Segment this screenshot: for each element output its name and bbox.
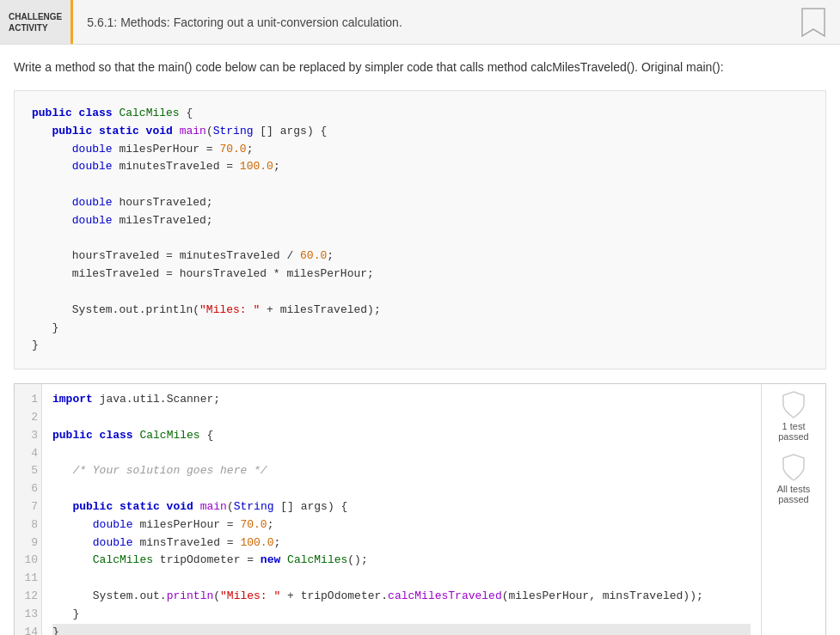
line-num: 5: [21, 462, 38, 480]
test2-sublabel: passed: [778, 494, 808, 504]
code-line: [52, 480, 751, 498]
code-line: [52, 570, 751, 588]
test1-result: 1 test passed: [778, 391, 808, 442]
line-num: 6: [21, 480, 38, 498]
code-line: CalcMiles tripOdometer = new CalcMiles()…: [52, 552, 751, 570]
app-header: CHALLENGE ACTIVITY 5.6.1: Methods: Facto…: [0, 0, 840, 45]
line-num: 8: [21, 516, 38, 534]
shield-passed-icon: [782, 391, 806, 418]
code-line: [52, 409, 751, 427]
editor-code[interactable]: import java.util.Scanner; public class C…: [42, 384, 761, 635]
line-num: 2: [21, 409, 38, 427]
activity-title: 5.6.1: Methods: Factoring out a unit-con…: [73, 15, 800, 29]
original-code-display: public class CalcMiles { public static v…: [14, 90, 826, 369]
test2-result: All tests passed: [777, 454, 811, 504]
line-num: 9: [21, 534, 38, 553]
line-num: 1: [21, 391, 38, 409]
code-line: System.out.println("Miles: " + tripOdome…: [52, 588, 751, 606]
challenge-badge: CHALLENGE ACTIVITY: [0, 0, 73, 44]
line-num: 13: [21, 606, 38, 624]
code-line: }: [52, 624, 751, 635]
bookmark-icon[interactable]: [800, 7, 826, 38]
instructions-text: Write a method so that the main() code b…: [14, 58, 826, 76]
code-line: [52, 445, 751, 463]
code-line: }: [52, 606, 751, 624]
challenge-label: CHALLENGE ACTIVITY: [9, 11, 62, 34]
line-num: 14: [21, 624, 38, 635]
line-num: 12: [21, 588, 38, 606]
code-line: public class CalcMiles {: [52, 427, 751, 445]
code-line: import java.util.Scanner;: [52, 391, 751, 409]
code-line: double milesPerHour = 70.0;: [52, 516, 751, 534]
line-num: 10: [21, 552, 38, 570]
code-line: public static void main(String [] args) …: [52, 498, 751, 516]
main-content: Write a method so that the main() code b…: [0, 45, 840, 635]
shield-all-passed-icon: [782, 454, 806, 481]
line-numbers: 1 2 3 4 5 6 7 8 9 10 11 12 13 14: [15, 384, 42, 635]
test1-sublabel: passed: [778, 431, 808, 442]
line-num: 7: [21, 498, 38, 516]
test1-label: 1 test: [782, 421, 806, 431]
code-line: double minsTraveled = 100.0;: [52, 534, 751, 553]
line-num: 3: [21, 427, 38, 445]
code-editor-area: 1 2 3 4 5 6 7 8 9 10 11 12 13 14 import …: [14, 383, 826, 635]
line-num: 11: [21, 570, 38, 588]
code-line: /* Your solution goes here */: [52, 462, 751, 480]
line-num: 4: [21, 445, 38, 463]
test-results-panel: 1 test passed All tests passed: [761, 384, 825, 635]
test2-label: All tests: [777, 484, 811, 494]
